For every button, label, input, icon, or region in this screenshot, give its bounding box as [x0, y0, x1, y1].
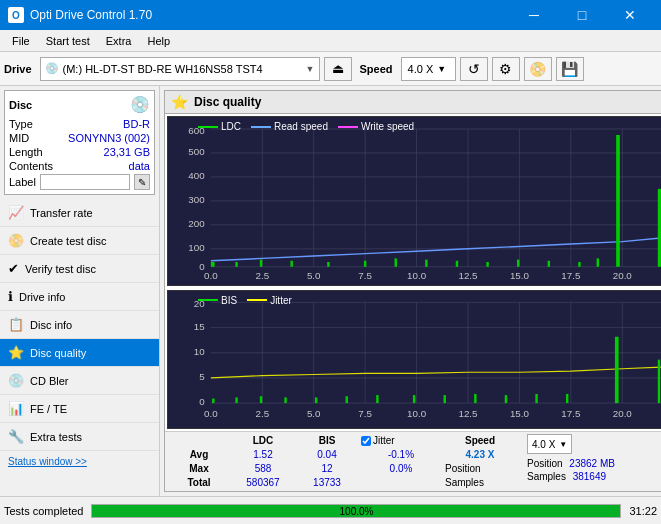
settings-button[interactable]: ⚙ — [492, 57, 520, 81]
sidebar-item-fe-te[interactable]: 📊 FE / TE — [0, 395, 159, 423]
max-jitter: 0.0% — [361, 463, 441, 474]
disc-quality-header-icon: ⭐ — [171, 94, 188, 110]
disc-info-icon: 📋 — [8, 317, 24, 332]
svg-text:15: 15 — [194, 321, 205, 332]
save-button[interactable]: 💾 — [556, 57, 584, 81]
speed-dropdown[interactable]: 4.0 X ▼ — [527, 434, 572, 454]
speed-value: 4.0 X — [408, 63, 434, 75]
label-label: Label — [9, 176, 36, 188]
svg-text:500: 500 — [188, 146, 205, 157]
position-label-display: Position — [527, 458, 563, 469]
right-stats: 4.0 X ▼ Position 23862 MB Samples — [527, 434, 661, 482]
minimize-button[interactable]: ─ — [511, 0, 557, 30]
sidebar-item-cd-bler[interactable]: 💿 CD Bler — [0, 367, 159, 395]
mid-value: SONYNN3 (002) — [68, 132, 150, 144]
chevron-down-icon: ▼ — [306, 64, 315, 74]
sidebar-item-disc-quality[interactable]: ⭐ Disc quality — [0, 339, 159, 367]
chart1-legend: LDC Read speed Write speed — [198, 121, 414, 132]
svg-rect-86 — [260, 396, 262, 403]
status-text: Tests completed — [4, 505, 83, 517]
app-icon: O — [8, 7, 24, 23]
title-bar: O Opti Drive Control 1.70 ─ □ ✕ — [0, 0, 661, 30]
drive-label: Drive — [4, 63, 36, 75]
sidebar-item-create-test-disc[interactable]: 📀 Create test disc — [0, 227, 159, 255]
svg-text:10.0: 10.0 — [407, 408, 426, 419]
content-area: ⭐ Disc quality LDC Read speed — [160, 86, 661, 496]
position-display: Position 23862 MB — [527, 458, 615, 469]
write-speed-legend-item: Write speed — [338, 121, 414, 132]
menu-bar: File Start test Extra Help — [0, 30, 661, 52]
menu-start-test[interactable]: Start test — [38, 33, 98, 49]
cd-bler-icon: 💿 — [8, 373, 24, 388]
total-jitter-empty — [361, 477, 441, 488]
sidebar-item-verify-test-disc[interactable]: ✔ Verify test disc — [0, 255, 159, 283]
svg-rect-90 — [376, 395, 378, 403]
menu-extra[interactable]: Extra — [98, 33, 140, 49]
drive-disc-icon: 💿 — [45, 62, 59, 75]
maximize-button[interactable]: □ — [559, 0, 605, 30]
disc-panel: Disc 💿 Type BD-R MID SONYNN3 (002) Lengt… — [4, 90, 155, 195]
label-input[interactable] — [40, 174, 130, 190]
svg-rect-19 — [235, 262, 237, 267]
stats-col-ldc: LDC — [233, 435, 293, 446]
svg-text:0.0: 0.0 — [204, 270, 218, 281]
sidebar-item-transfer-rate[interactable]: 📈 Transfer rate — [0, 199, 159, 227]
drive-toolbar: Drive 💿 (M:) HL-DT-ST BD-RE WH16NS58 TST… — [0, 52, 661, 86]
sidebar-item-label: Verify test disc — [25, 263, 96, 275]
sidebar-item-drive-info[interactable]: ℹ Drive info — [0, 283, 159, 311]
svg-text:100: 100 — [188, 242, 205, 253]
length-label: Length — [9, 146, 43, 158]
svg-text:15.0: 15.0 — [510, 408, 529, 419]
svg-text:5: 5 — [199, 371, 204, 382]
svg-text:2.5: 2.5 — [255, 270, 269, 281]
refresh-button[interactable]: ↺ — [460, 57, 488, 81]
avg-bis: 0.04 — [297, 449, 357, 460]
svg-rect-27 — [486, 262, 488, 267]
speed-select[interactable]: 4.0 X ▼ — [401, 57, 456, 81]
position-label: Position — [445, 463, 481, 474]
sidebar-item-extra-tests[interactable]: 🔧 Extra tests — [0, 423, 159, 451]
stats-col-empty — [169, 435, 229, 446]
ldc-legend-item: LDC — [198, 121, 241, 132]
disc-quality-panel: ⭐ Disc quality LDC Read speed — [164, 90, 661, 492]
svg-text:17.5: 17.5 — [561, 408, 580, 419]
svg-rect-28 — [517, 260, 519, 267]
sidebar-nav: 📈 Transfer rate 📀 Create test disc ✔ Ver… — [0, 199, 159, 496]
disc-quality-title: Disc quality — [194, 95, 261, 109]
bis-chart: BIS Jitter — [167, 290, 661, 429]
ldc-chart-svg: 0 100 200 300 400 500 600 2X 4X 6X 8X 10… — [168, 117, 661, 285]
ldc-legend-label: LDC — [221, 121, 241, 132]
avg-ldc: 1.52 — [233, 449, 293, 460]
svg-rect-97 — [615, 337, 619, 403]
bis-chart-svg: 0 5 10 15 20 2% 4% 6% 8% 10% 0.0 2.5 — [168, 291, 661, 428]
menu-file[interactable]: File — [4, 33, 38, 49]
svg-text:12.5: 12.5 — [458, 408, 477, 419]
type-label: Type — [9, 118, 33, 130]
disc-button[interactable]: 📀 — [524, 57, 552, 81]
sidebar-item-disc-info[interactable]: 📋 Disc info — [0, 311, 159, 339]
status-window-button[interactable]: Status window >> — [0, 451, 159, 471]
status-time: 31:22 — [629, 505, 657, 517]
jitter-legend-label: Jitter — [270, 295, 292, 306]
speed-dropdown-value: 4.0 X — [532, 439, 555, 450]
drive-select[interactable]: 💿 (M:) HL-DT-ST BD-RE WH16NS58 TST4 ▼ — [40, 57, 320, 81]
svg-rect-85 — [235, 397, 237, 403]
label-set-button[interactable]: ✎ — [134, 174, 150, 190]
svg-text:10.0: 10.0 — [407, 270, 427, 281]
svg-text:2.5: 2.5 — [255, 408, 269, 419]
disc-panel-title: Disc — [9, 99, 32, 111]
extra-tests-icon: 🔧 — [8, 429, 24, 444]
samples-label-display: Samples — [527, 471, 566, 482]
stats-total-row: Total 580367 13733 Samples — [169, 477, 515, 488]
progress-bar-container: 100.0% — [91, 504, 621, 518]
jitter-check-container: Jitter — [361, 435, 441, 446]
stats-col-bis: BIS — [297, 435, 357, 446]
sidebar-item-label: Drive info — [19, 291, 65, 303]
max-bis: 12 — [297, 463, 357, 474]
eject-button[interactable]: ⏏ — [324, 57, 352, 81]
verify-test-disc-icon: ✔ — [8, 261, 19, 276]
bis-legend-label: BIS — [221, 295, 237, 306]
jitter-checkbox[interactable] — [361, 436, 371, 446]
menu-help[interactable]: Help — [139, 33, 178, 49]
close-button[interactable]: ✕ — [607, 0, 653, 30]
